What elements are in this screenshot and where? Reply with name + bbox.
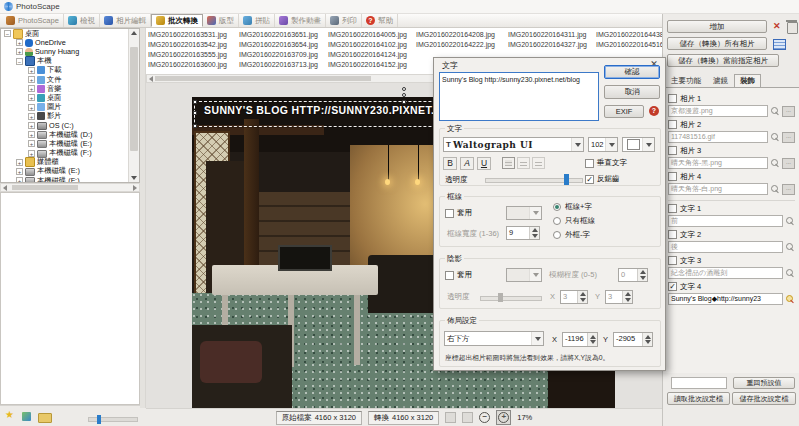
- remove-icon[interactable]: [773, 22, 781, 31]
- font-family-select[interactable]: Waltograph UI: [443, 137, 584, 152]
- exif-button[interactable]: EXIF: [604, 105, 644, 118]
- text-field-value-field[interactable]: 前: [668, 215, 783, 227]
- font-color-picker[interactable]: [622, 137, 655, 152]
- selection-handle[interactable]: [193, 100, 197, 104]
- file-item[interactable]: IMG20160220164005.jpg: [328, 30, 407, 40]
- shadow-y-stepper[interactable]: 3: [605, 290, 633, 304]
- file-item[interactable]: IMG20160220163600.jpg: [148, 60, 227, 70]
- add-button[interactable]: 增加: [667, 20, 767, 33]
- tree-horizontal-scrollbar[interactable]: [0, 183, 140, 192]
- file-item[interactable]: IMG20160220164152.jpg: [328, 60, 407, 70]
- photo-field-value-field[interactable]: 晴天角落-白.png: [668, 183, 768, 195]
- magnifier-icon[interactable]: [785, 268, 795, 278]
- save-current-button[interactable]: 儲存（轉換）當前指定相片: [667, 54, 779, 67]
- expand-icon[interactable]: +: [28, 122, 35, 129]
- text-field-checkbox[interactable]: [668, 230, 677, 239]
- magnifier-icon[interactable]: [770, 158, 780, 168]
- outline-width-stepper[interactable]: 9: [506, 226, 540, 240]
- scroll-left-icon[interactable]: [3, 185, 7, 191]
- menu-tab-7[interactable]: 列印: [326, 14, 362, 27]
- browse-button[interactable]: [782, 106, 795, 117]
- help-icon[interactable]: [649, 106, 659, 116]
- file-item[interactable]: IMG20160220164327.jpg: [508, 40, 587, 50]
- shadow-color-picker[interactable]: [506, 268, 542, 282]
- menu-tab-6[interactable]: 製作動畫: [275, 14, 326, 27]
- tree-vscroll-thumb[interactable]: [130, 47, 138, 151]
- file-item[interactable]: IMG20160220163713.jpg: [239, 60, 318, 70]
- layout-y-stepper[interactable]: -2905: [613, 332, 653, 347]
- file-item[interactable]: IMG20160220163531.jpg: [148, 30, 227, 40]
- photo-field-checkbox[interactable]: [668, 94, 677, 103]
- collapse-icon[interactable]: −: [16, 58, 23, 65]
- outline-apply-option[interactable]: 套用: [445, 208, 472, 218]
- shadow-apply-checkbox[interactable]: [445, 271, 454, 280]
- expand-icon[interactable]: +: [16, 39, 23, 46]
- menu-tab-3[interactable]: 批次轉換: [151, 14, 203, 27]
- scroll-up-icon[interactable]: [131, 31, 137, 35]
- photo-field-checkbox[interactable]: [668, 146, 677, 155]
- expand-icon[interactable]: +: [16, 168, 23, 175]
- thumbnail-list[interactable]: [0, 192, 140, 405]
- file-item[interactable]: IMG20160220164311.jpg: [508, 30, 587, 40]
- antialias-option[interactable]: 反鋸齒: [585, 174, 620, 184]
- file-item[interactable]: IMG20160220163542.jpg: [148, 40, 227, 50]
- photo-field-checkbox[interactable]: [668, 172, 677, 181]
- watermark-text-input[interactable]: Sunny's Blog http://sunny230.pixnet.net/…: [439, 72, 599, 121]
- stepper-arrows-icon[interactable]: [642, 333, 652, 346]
- italic-button[interactable]: A: [460, 157, 474, 170]
- magnifier-icon[interactable]: [785, 216, 795, 226]
- align-left-icon[interactable]: [502, 157, 515, 169]
- save-batch-settings-button[interactable]: 儲存批次設定檔: [732, 392, 796, 405]
- bold-button[interactable]: B: [443, 157, 457, 170]
- expand-icon[interactable]: +: [28, 94, 35, 101]
- zoom-out-icon[interactable]: −: [479, 412, 490, 423]
- text-field-checkbox[interactable]: [668, 256, 677, 265]
- file-item[interactable]: IMG20160220164516.jpg: [596, 40, 662, 50]
- browse-button[interactable]: [782, 132, 795, 143]
- open-folder-icon[interactable]: [38, 413, 52, 423]
- shadow-x-stepper[interactable]: 3: [560, 290, 588, 304]
- photo-field-value-field[interactable]: 晴天角落-黑.png: [668, 157, 768, 169]
- file-item[interactable]: IMG20160220163651.jpg: [239, 30, 318, 40]
- stepper-arrows-icon[interactable]: [622, 291, 632, 303]
- magnifier-icon[interactable]: [770, 184, 780, 194]
- align-right-icon[interactable]: [532, 157, 545, 169]
- photo-field-checkbox[interactable]: [668, 120, 677, 129]
- reset-defaults-button[interactable]: 重回預設值: [733, 377, 795, 389]
- stepper-arrows-icon[interactable]: [577, 291, 587, 303]
- selection-handle[interactable]: [402, 100, 406, 104]
- file-item[interactable]: IMG20160220163654.jpg: [239, 40, 318, 50]
- preset-name-field[interactable]: [671, 377, 727, 389]
- text-field-checkbox[interactable]: [668, 204, 677, 213]
- fit-window-icon[interactable]: [462, 412, 473, 423]
- slider-thumb[interactable]: [564, 174, 569, 185]
- browse-button[interactable]: [782, 184, 795, 195]
- selection-handle[interactable]: [193, 124, 197, 128]
- trash-icon[interactable]: [787, 22, 798, 34]
- tree-item[interactable]: +Sunny Huang: [1, 47, 139, 56]
- stepper-arrows-icon[interactable]: [529, 227, 539, 239]
- refresh-icon[interactable]: [22, 412, 31, 421]
- tree-item[interactable]: +OneDrive: [1, 38, 139, 47]
- align-center-icon[interactable]: [517, 157, 530, 169]
- layout-x-stepper[interactable]: -1196: [562, 332, 598, 347]
- tree-item[interactable]: +本機磁碟 (F:): [1, 176, 139, 183]
- menu-tab-1[interactable]: 檢視: [64, 14, 100, 27]
- menu-tab-8[interactable]: 幫助: [362, 14, 398, 27]
- expand-icon[interactable]: +: [16, 48, 23, 55]
- outline-color-picker[interactable]: [506, 206, 542, 220]
- file-item[interactable]: IMG20160220163709.jpg: [239, 50, 318, 60]
- actual-size-icon[interactable]: [445, 412, 456, 423]
- browse-button[interactable]: [782, 158, 795, 169]
- font-size-select[interactable]: 102: [588, 137, 618, 152]
- save-list-icon[interactable]: [773, 39, 786, 50]
- file-item[interactable]: IMG20160220164124.jpg: [328, 50, 407, 60]
- scroll-down-icon[interactable]: [131, 176, 137, 180]
- file-item[interactable]: IMG20160220163555.jpg: [148, 50, 227, 60]
- underline-button[interactable]: U: [477, 157, 491, 170]
- expand-icon[interactable]: +: [16, 159, 23, 166]
- menu-tab-4[interactable]: 版型: [203, 14, 239, 27]
- scroll-right-icon[interactable]: [133, 185, 137, 191]
- expand-icon[interactable]: +: [28, 150, 35, 157]
- stepper-arrows-icon[interactable]: [587, 333, 597, 346]
